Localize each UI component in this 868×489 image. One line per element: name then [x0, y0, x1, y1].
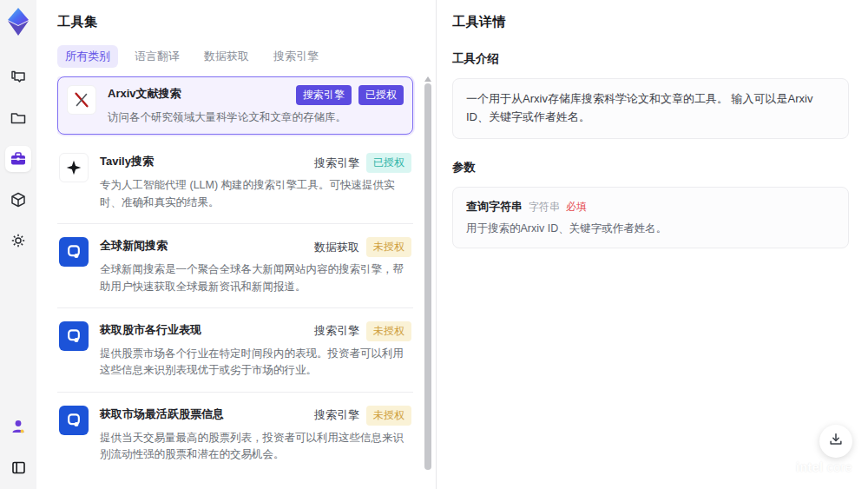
category-tabs: 所有类别 语言翻译 数据获取 搜索引擎	[57, 45, 436, 68]
tool-title: 全球新闻搜索	[100, 237, 306, 254]
tool-item-tavily[interactable]: Tavily搜索 搜索引擎 已授权 专为人工智能代理 (LLM) 构建的搜索引擎…	[57, 140, 413, 224]
param-desc: 用于搜索的Arxiv ID、关键字或作者姓名。	[466, 221, 835, 236]
param-name: 查询字符串	[466, 199, 523, 215]
tavily-star-icon	[59, 153, 89, 182]
tool-item-global-news[interactable]: 全球新闻搜索 数据获取 未授权 全球新闻搜索是一个聚合全球各大新闻网站内容的搜索…	[57, 224, 413, 308]
auth-badge: 未授权	[366, 237, 411, 257]
toolbox-icon	[10, 150, 27, 168]
rail-item-collapse[interactable]	[5, 454, 31, 480]
left-rail	[0, 0, 36, 489]
tool-desc: 提供股票市场各个行业在特定时间段内的表现。投资者可以利用这些信息来识别表现优于或…	[100, 346, 411, 380]
toolset-panel: 工具集 所有类别 语言翻译 数据获取 搜索引擎 Arxiv文献搜索	[36, 0, 437, 489]
toolset-title: 工具集	[57, 14, 436, 30]
tool-title: 获取市场最活跃股票信息	[100, 406, 306, 422]
tool-desc: 提供当天交易量最高的股票列表，投资者可以利用这些信息来识别流动性强的股票和潜在的…	[100, 430, 411, 464]
arxiv-logo-icon	[67, 85, 96, 115]
intel-sub-badge	[799, 476, 850, 482]
rail-item-account[interactable]	[5, 413, 31, 439]
list-scrollbar[interactable]	[424, 76, 431, 487]
folder-icon	[10, 109, 27, 127]
intel-core-watermark: intel core	[796, 460, 852, 482]
news-search-logo-icon	[59, 406, 89, 435]
category-label: 搜索引擎	[314, 407, 359, 423]
core-logo-text: core	[827, 460, 852, 474]
rail-item-settings[interactable]	[5, 228, 31, 254]
tool-title: 获取股市各行业表现	[100, 321, 306, 338]
news-search-logo-icon	[59, 321, 89, 351]
tab-language-translation[interactable]: 语言翻译	[127, 45, 187, 68]
intro-text: 一个用于从Arxiv存储库搜索科学论文和文章的工具。 输入可以是Arxiv ID…	[466, 90, 835, 127]
tool-list: Arxiv文献搜索 搜索引擎 已授权 访问各个研究领域大量科学论文和文章的存储库…	[57, 76, 436, 472]
category-badge: 搜索引擎	[296, 85, 352, 105]
download-button[interactable]	[819, 425, 852, 458]
auth-badge: 已授权	[358, 85, 404, 105]
intel-logo-text: intel	[796, 460, 823, 474]
chat-icon	[10, 69, 27, 86]
category-label: 搜索引擎	[314, 323, 359, 339]
tab-data-acquisition[interactable]: 数据获取	[196, 45, 257, 68]
detail-title: 工具详情	[452, 14, 849, 30]
tab-search-engine[interactable]: 搜索引擎	[266, 45, 326, 68]
tab-all-categories[interactable]: 所有类别	[57, 45, 118, 68]
auth-badge: 已授权	[366, 153, 411, 173]
intro-card: 一个用于从Arxiv存储库搜索科学论文和文章的工具。 输入可以是Arxiv ID…	[452, 78, 849, 139]
category-label: 数据获取	[314, 240, 359, 255]
tool-item-arxiv[interactable]: Arxiv文献搜索 搜索引擎 已授权 访问各个研究领域大量科学论文和文章的存储库…	[57, 76, 413, 135]
params-heading: 参数	[452, 160, 849, 175]
tool-title: Tavily搜索	[100, 153, 306, 169]
download-icon	[828, 432, 844, 451]
tool-desc: 访问各个研究领域大量科学论文和文章的存储库。	[108, 109, 404, 126]
scroll-up-arrow[interactable]	[424, 76, 431, 82]
rail-item-files[interactable]	[5, 105, 31, 131]
tool-title: Arxiv文献搜索	[108, 85, 287, 102]
gear-icon	[10, 232, 27, 249]
user-icon	[10, 418, 27, 435]
cube-icon	[10, 191, 27, 208]
rail-item-plugins[interactable]	[5, 187, 31, 213]
tool-item-most-active-stocks[interactable]: 获取市场最活跃股票信息 搜索引擎 未授权 提供当天交易量最高的股票列表，投资者可…	[57, 393, 413, 472]
param-type: 字符串	[529, 200, 560, 215]
param-card: 查询字符串 字符串 必填 用于搜索的Arxiv ID、关键字或作者姓名。	[452, 187, 849, 248]
rail-item-toolbox[interactable]	[5, 146, 31, 172]
tool-item-sector-performance[interactable]: 获取股市各行业表现 搜索引擎 未授权 提供股票市场各个行业在特定时间段内的表现。…	[57, 308, 413, 393]
auth-badge: 未授权	[366, 321, 411, 341]
tool-detail-panel: 工具详情 工具介绍 一个用于从Arxiv存储库搜索科学论文和文章的工具。 输入可…	[437, 0, 868, 489]
app-window: 工具集 所有类别 语言翻译 数据获取 搜索引擎 Arxiv文献搜索	[0, 0, 868, 489]
rail-item-chat[interactable]	[5, 64, 31, 90]
category-label: 搜索引擎	[314, 155, 359, 171]
app-logo-icon[interactable]	[5, 7, 31, 36]
auth-badge: 未授权	[366, 406, 411, 426]
intro-heading: 工具介绍	[452, 51, 849, 67]
scrollbar-thumb[interactable]	[424, 83, 431, 470]
panel-toggle-icon	[10, 459, 27, 476]
tool-desc: 专为人工智能代理 (LLM) 构建的搜索引擎工具。可快速提供实时、准确和真实的结…	[100, 177, 411, 211]
param-required-flag: 必填	[566, 200, 587, 215]
news-search-logo-icon	[59, 237, 89, 267]
tool-desc: 全球新闻搜索是一个聚合全球各大新闻网站内容的搜索引擎，帮助用户快速获取全球最新资…	[100, 261, 411, 295]
